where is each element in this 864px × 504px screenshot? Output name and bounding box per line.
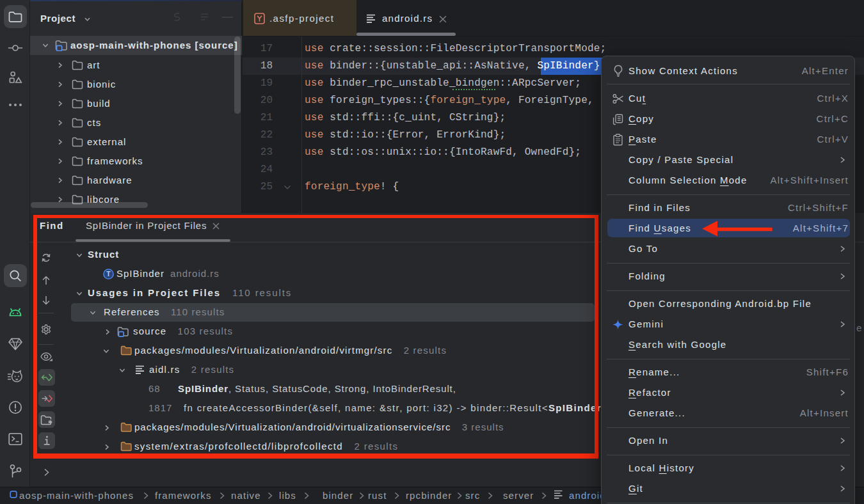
svg-text:T: T — [106, 270, 111, 278]
